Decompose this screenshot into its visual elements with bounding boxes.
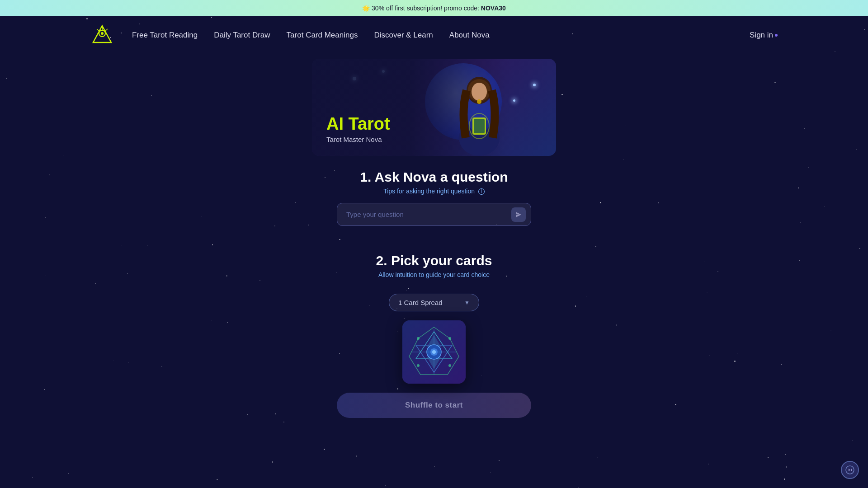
main-content: AI Tarot Tarot Master Nova 1. Ask Nova a… [0, 54, 868, 418]
figure-svg [443, 66, 515, 156]
step2-heading: 2. Pick your cards [376, 253, 492, 268]
sign-in-button[interactable]: Sign in [750, 31, 778, 40]
promo-text: 30% off first subscription! promo code: [372, 5, 479, 12]
shuffle-button[interactable]: Shuffle to start [337, 393, 531, 418]
step1-section: 1. Ask Nova a question Tips for asking t… [0, 169, 868, 195]
shuffle-btn-area: Shuffle to start [337, 393, 531, 418]
svg-point-26 [417, 364, 420, 367]
svg-point-23 [432, 350, 436, 354]
nav-daily-tarot-draw[interactable]: Daily Tarot Draw [214, 31, 270, 40]
tarot-card-area [402, 320, 466, 384]
nav-discover-learn[interactable]: Discover & Learn [374, 31, 433, 40]
tips-link[interactable]: Tips for asking the right question [383, 188, 475, 195]
step2-heading-area: 2. Pick your cards Allow intuition to gu… [376, 253, 492, 278]
svg-line-3 [97, 29, 99, 31]
promo-emoji: 🌟 [362, 5, 370, 12]
chevron-down-icon: ▼ [464, 300, 470, 306]
spread-label: 1 Card Spread [398, 299, 443, 306]
audio-icon [845, 465, 854, 474]
svg-point-25 [448, 337, 451, 340]
hero-subtitle: Tarot Master Nova [326, 136, 390, 143]
nav-links: Free Tarot Reading Daily Tarot Draw Taro… [132, 31, 750, 40]
step2-section: 2. Pick your cards Allow intuition to gu… [376, 239, 492, 311]
promo-code: NOVA30 [481, 5, 506, 12]
question-input[interactable] [337, 203, 531, 226]
hero-card: AI Tarot Tarot Master Nova [312, 59, 556, 156]
info-icon[interactable]: i [478, 188, 485, 195]
promo-banner: 🌟 30% off first subscription! promo code… [0, 0, 868, 16]
tarot-card[interactable] [402, 320, 466, 384]
navbar: Free Tarot Reading Daily Tarot Draw Taro… [0, 16, 868, 54]
figure-area [439, 61, 520, 156]
audio-control[interactable] [841, 461, 859, 479]
send-button[interactable] [511, 207, 526, 222]
step1-heading: 1. Ask Nova a question [0, 169, 868, 185]
step1-subtext: Tips for asking the right question i [0, 188, 868, 195]
svg-point-11 [472, 83, 487, 101]
card-spread-dropdown[interactable]: 1 Card Spread ▼ [389, 294, 479, 311]
logo-icon [90, 23, 114, 47]
svg-point-5 [101, 32, 104, 35]
hero-title: AI Tarot [326, 115, 390, 134]
step2-subtext: Allow intuition to guide your card choic… [376, 271, 492, 278]
hero-card-text: AI Tarot Tarot Master Nova [326, 115, 390, 143]
nav-tarot-card-meanings[interactable]: Tarot Card Meanings [287, 31, 358, 40]
svg-rect-13 [474, 119, 485, 133]
tarot-card-design [407, 325, 461, 379]
send-icon [515, 211, 522, 218]
sign-in-dot [775, 34, 778, 37]
svg-point-27 [448, 364, 451, 367]
svg-point-24 [417, 337, 420, 340]
logo-area[interactable] [90, 23, 114, 47]
nav-about-nova[interactable]: About Nova [449, 31, 490, 40]
svg-line-4 [105, 29, 108, 31]
nav-free-tarot-reading[interactable]: Free Tarot Reading [132, 31, 198, 40]
svg-point-15 [477, 99, 481, 104]
question-input-wrapper [337, 203, 531, 226]
